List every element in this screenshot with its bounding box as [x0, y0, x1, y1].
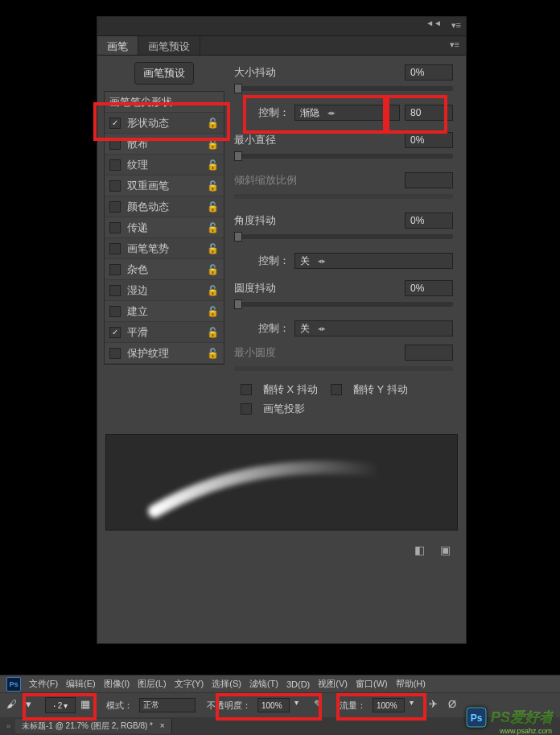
photoshop-logo-icon[interactable]: Ps: [6, 677, 21, 692]
control-dropdown[interactable]: 关 ◂▸: [294, 253, 453, 269]
control-dropdown[interactable]: 关 ◂▸: [294, 320, 453, 337]
checkbox-icon[interactable]: ✓: [109, 327, 121, 338]
option-label: 传递: [127, 221, 207, 235]
panel-footer: ◧ ▣: [97, 537, 466, 563]
checkbox-icon[interactable]: [109, 243, 121, 254]
min-diameter-slider[interactable]: [234, 154, 453, 159]
option-noise[interactable]: 杂色 🔓: [105, 259, 224, 280]
menu-image[interactable]: 图像(I): [104, 678, 130, 690]
options-column: 画笔预设 画笔笔尖形状 ✓ 形状动态 🔓 散布 🔓 纹理: [104, 62, 224, 421]
option-protect-texture[interactable]: 保护纹理 🔓: [105, 343, 224, 364]
pressure-size-icon[interactable]: Ø: [448, 698, 463, 712]
menu-filter[interactable]: 滤镜(T): [249, 678, 278, 690]
brush-tool-icon[interactable]: 🖌: [6, 698, 21, 712]
menu-edit[interactable]: 编辑(E): [66, 678, 96, 690]
collapse-icon[interactable]: ◄◄: [426, 19, 442, 27]
angle-jitter-slider[interactable]: [234, 234, 453, 239]
mode-dropdown[interactable]: 正常: [139, 698, 196, 712]
menu-select[interactable]: 选择(S): [212, 678, 241, 690]
new-preset-icon[interactable]: ▣: [440, 543, 455, 556]
checkbox-icon[interactable]: [109, 138, 121, 150]
round-jitter-slider[interactable]: [234, 302, 453, 307]
brush-size-preview[interactable]: · 2 ▾: [45, 697, 76, 713]
checkbox-icon[interactable]: [109, 159, 121, 171]
lock-icon[interactable]: 🔓: [207, 159, 219, 171]
brush-panel-icon[interactable]: ▦: [80, 698, 95, 712]
dropdown-icon[interactable]: ▾: [294, 698, 309, 712]
document-tab[interactable]: 未标题-1 @ 21.7% (图层 2, RGB/8) * ×: [15, 719, 172, 733]
opacity-value[interactable]: 100%: [257, 698, 290, 712]
min-diameter-value[interactable]: 0%: [405, 132, 453, 148]
menu-text[interactable]: 文字(Y): [175, 678, 204, 690]
lock-icon[interactable]: 🔓: [207, 180, 219, 192]
checkbox-icon[interactable]: [109, 285, 121, 296]
panel-menu-icon[interactable]: ▾≡: [451, 20, 461, 31]
close-icon[interactable]: ×: [160, 721, 165, 730]
flip-x-checkbox[interactable]: [241, 384, 252, 395]
menu-window[interactable]: 窗口(W): [356, 678, 388, 690]
menu-view[interactable]: 视图(V): [318, 678, 348, 690]
option-transfer[interactable]: 传递 🔓: [105, 217, 224, 238]
control-dropdown[interactable]: 渐隐 ◂▸: [294, 105, 400, 121]
checkbox-icon[interactable]: [109, 222, 121, 233]
option-texture[interactable]: 纹理 🔓: [105, 155, 224, 175]
option-color-dynamics[interactable]: 颜色动态 🔓: [105, 196, 224, 217]
control-value[interactable]: 80: [405, 105, 453, 121]
option-wet-edges[interactable]: 湿边 🔓: [105, 280, 224, 301]
menu-help[interactable]: 帮助(H): [396, 678, 426, 690]
angle-jitter-value[interactable]: 0%: [405, 213, 453, 229]
option-label: 形状动态: [127, 116, 207, 130]
lock-icon[interactable]: 🔓: [207, 327, 219, 338]
option-label: 画笔笔势: [127, 242, 207, 256]
checkbox-icon[interactable]: [109, 348, 121, 359]
min-round-slider[interactable]: [234, 366, 453, 371]
option-smoothing[interactable]: ✓ 平滑 🔓: [105, 322, 224, 343]
option-shape-dynamics[interactable]: ✓ 形状动态 🔓: [105, 113, 224, 134]
pressure-opacity-icon[interactable]: ✎: [314, 698, 328, 712]
toggle-preview-icon[interactable]: ◧: [414, 543, 429, 556]
projection-checkbox[interactable]: [241, 403, 252, 415]
option-dual-brush[interactable]: 双重画笔 🔓: [105, 175, 224, 196]
option-build-up[interactable]: 建立 🔓: [105, 301, 224, 322]
size-jitter-value[interactable]: 0%: [405, 64, 453, 81]
opacity-label: 不透明度：: [207, 700, 251, 712]
round-jitter-value[interactable]: 0%: [405, 280, 453, 296]
lock-icon[interactable]: 🔓: [207, 201, 219, 213]
checkbox-icon[interactable]: [109, 180, 121, 192]
tab-menu-icon[interactable]: ▾≡: [443, 36, 466, 55]
tab-brush-presets[interactable]: 画笔预设: [138, 36, 200, 55]
airbrush-icon[interactable]: ✈: [429, 698, 443, 712]
tab-group-icon[interactable]: »: [6, 722, 10, 730]
tab-brush[interactable]: 画笔: [97, 36, 138, 55]
lock-icon[interactable]: 🔓: [207, 306, 219, 317]
lock-icon[interactable]: 🔓: [207, 243, 219, 254]
option-scatter[interactable]: 散布 🔓: [105, 134, 224, 155]
tilt-scale-slider[interactable]: [234, 194, 453, 199]
lock-icon[interactable]: 🔓: [207, 348, 219, 359]
menu-file[interactable]: 文件(F): [29, 678, 58, 690]
option-brush-pose[interactable]: 画笔笔势 🔓: [105, 238, 224, 259]
checkbox-icon[interactable]: ✓: [109, 118, 121, 129]
lock-icon[interactable]: 🔓: [207, 138, 219, 150]
checkbox-icon[interactable]: [109, 264, 121, 275]
option-brush-tip[interactable]: 画笔笔尖形状: [105, 92, 224, 113]
menu-layer[interactable]: 图层(L): [138, 678, 166, 690]
dropdown-arrows-icon: ◂▸: [318, 324, 326, 332]
brush-preset-button[interactable]: 画笔预设: [134, 62, 194, 85]
lock-icon[interactable]: 🔓: [207, 264, 219, 275]
lock-icon[interactable]: 🔓: [207, 222, 219, 233]
control-label: 控制：: [258, 321, 290, 336]
lock-icon[interactable]: 🔓: [207, 285, 219, 296]
flow-value[interactable]: 100%: [373, 698, 405, 712]
checkbox-icon[interactable]: [109, 201, 121, 213]
dropdown-icon[interactable]: ▾: [26, 698, 40, 712]
round-jitter-label: 圆度抖动: [234, 281, 405, 295]
menu-3d[interactable]: 3D(D): [286, 679, 310, 689]
lock-icon[interactable]: 🔓: [207, 118, 219, 129]
min-round-value[interactable]: [405, 345, 453, 361]
flip-y-checkbox[interactable]: [331, 384, 342, 395]
tilt-scale-value[interactable]: [405, 172, 453, 188]
checkbox-icon[interactable]: [109, 306, 121, 317]
size-jitter-slider[interactable]: [234, 86, 453, 91]
dropdown-icon[interactable]: ▾: [410, 698, 424, 712]
